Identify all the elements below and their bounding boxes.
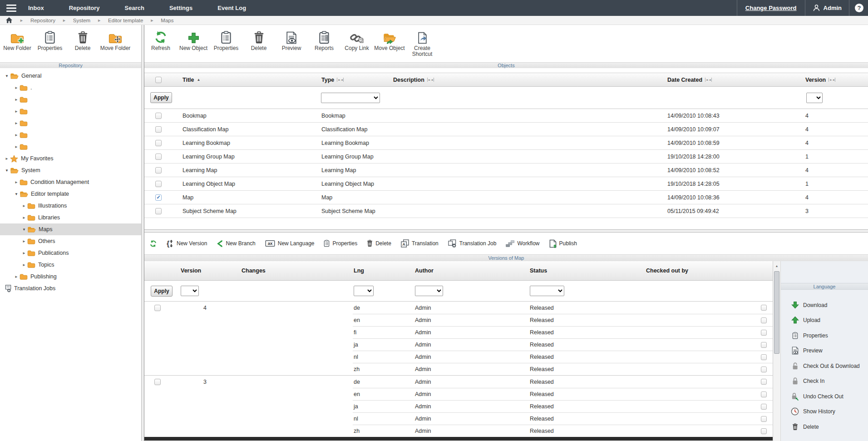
caret-right-icon[interactable]: ►: [13, 98, 20, 102]
language-row[interactable]: fiAdminReleased: [353, 326, 773, 338]
delete-button[interactable]: Delete: [367, 240, 391, 247]
horizontal-splitter[interactable]: [144, 229, 868, 233]
nav-item-settings[interactable]: Settings: [169, 5, 192, 11]
language-row-checkbox[interactable]: [761, 317, 767, 323]
change-password-link[interactable]: Change Password: [737, 5, 805, 11]
tree-item-publishing[interactable]: ►Publishing: [0, 271, 141, 282]
tree-item-item-folder[interactable]: ►: [0, 141, 141, 153]
caret-right-icon[interactable]: ►: [13, 145, 20, 149]
select-all-checkbox[interactable]: [155, 77, 162, 83]
preview-action[interactable]: Preview: [781, 343, 868, 359]
objects-table-row[interactable]: BookmapBookmap14/09/2010 10:08:434: [144, 109, 868, 123]
row-checkbox[interactable]: [155, 126, 162, 133]
objects-table-row[interactable]: Subject Scheme MapSubject Scheme Map05/1…: [144, 204, 868, 218]
language-row[interactable]: deAdminReleased: [353, 302, 773, 314]
objects-table-row[interactable]: Learning Object MapLearning Object Map19…: [144, 177, 868, 191]
upload-action[interactable]: Upload: [781, 313, 868, 328]
show-history-action[interactable]: Show History: [781, 404, 868, 420]
row-checkbox[interactable]: [155, 113, 162, 119]
move-folder-button[interactable]: Move Folder: [99, 28, 132, 62]
objects-table-row[interactable]: Learning Group MapLearning Group Map19/1…: [144, 150, 868, 164]
tree-item-others[interactable]: ►Others: [0, 235, 141, 247]
tree-item-my-favorites[interactable]: ►My Favorites: [0, 153, 141, 164]
column-header-date-created[interactable]: Date Created►◄: [666, 77, 804, 83]
language-row-checkbox[interactable]: [761, 330, 767, 336]
tree-item-item[interactable]: ►.: [0, 82, 141, 94]
version-group-checkbox[interactable]: [154, 305, 161, 311]
copy-link-button[interactable]: Copy Link: [340, 28, 373, 62]
row-checkbox[interactable]: ✓: [155, 194, 162, 201]
caret-right-icon[interactable]: ►: [13, 180, 20, 184]
tree-item-illustrations[interactable]: ►Illustrations: [0, 200, 141, 212]
row-checkbox[interactable]: [155, 140, 162, 146]
language-row-checkbox[interactable]: [761, 428, 767, 434]
checkout-download-action[interactable]: Check Out & Download: [781, 358, 868, 374]
refresh-button[interactable]: Refresh: [144, 28, 177, 62]
language-row-checkbox[interactable]: [761, 391, 767, 397]
caret-down-icon[interactable]: ▼: [4, 168, 10, 173]
language-row[interactable]: enAdminReleased: [353, 314, 773, 326]
language-row[interactable]: jaAdminReleased: [353, 338, 773, 351]
refresh-button[interactable]: [149, 240, 157, 248]
language-row-checkbox[interactable]: [761, 367, 767, 372]
caret-down-icon[interactable]: ▼: [4, 74, 10, 78]
column-header-title[interactable]: Title▲: [173, 77, 321, 83]
hamburger-menu-button[interactable]: [0, 5, 23, 12]
column-header-type[interactable]: Type►◄: [321, 77, 392, 83]
tree-item-editor-template[interactable]: ▼Editor template: [0, 188, 141, 200]
download-action[interactable]: Download: [781, 297, 868, 313]
new-version-button[interactable]: {New Version: [167, 239, 207, 248]
caret-right-icon[interactable]: ►: [13, 275, 20, 279]
move-object-button[interactable]: Move Object: [373, 28, 406, 62]
language-row[interactable]: jaAdminReleased: [353, 400, 773, 412]
row-checkbox[interactable]: [155, 167, 162, 173]
column-header-author[interactable]: Author: [414, 268, 529, 274]
objects-apply-button[interactable]: Apply: [150, 92, 172, 103]
properties-button[interactable]: Properties: [324, 240, 357, 247]
preview-button[interactable]: Preview: [275, 28, 308, 62]
language-row[interactable]: zhAdminReleased: [353, 425, 773, 437]
tree-item-item-folder[interactable]: ►: [0, 129, 141, 141]
reports-button[interactable]: Reports: [308, 28, 340, 62]
workflow-button[interactable]: Workflow: [506, 240, 539, 247]
language-row[interactable]: enAdminReleased: [353, 388, 773, 400]
type-filter-select[interactable]: [321, 93, 380, 103]
column-header-version[interactable]: Version: [176, 268, 241, 274]
translation-job-button[interactable]: Translation Job: [448, 239, 497, 248]
delete-button[interactable]: Delete: [242, 28, 275, 62]
new-object-button[interactable]: New Object: [177, 28, 210, 62]
caret-right-icon[interactable]: ►: [21, 216, 27, 220]
language-row-checkbox[interactable]: [761, 305, 767, 311]
caret-down-icon[interactable]: ▼: [13, 192, 20, 196]
delete-action[interactable]: Delete: [781, 419, 868, 435]
tree-item-item-folder[interactable]: ►: [0, 117, 141, 129]
check-in-action[interactable]: Check In: [781, 374, 868, 389]
nav-item-event-log[interactable]: Event Log: [217, 5, 246, 11]
caret-right-icon[interactable]: ►: [13, 109, 20, 114]
delete-button[interactable]: Delete: [66, 28, 99, 62]
language-row-checkbox[interactable]: [761, 342, 767, 348]
caret-down-icon[interactable]: ▼: [21, 228, 27, 232]
column-header-status[interactable]: Status: [529, 268, 645, 274]
nav-item-search[interactable]: Search: [125, 5, 144, 11]
tree-item-libraries[interactable]: ►Libraries: [0, 212, 141, 223]
tree-item-system[interactable]: ▼System: [0, 164, 141, 176]
language-row[interactable]: deAdminReleased: [353, 376, 773, 388]
create-shortcut-button[interactable]: Create Shortcut: [406, 28, 439, 62]
properties-action[interactable]: Properties: [781, 328, 868, 343]
version-filter-select[interactable]: [181, 286, 199, 296]
caret-right-icon[interactable]: ►: [13, 86, 20, 90]
tree-item-item-folder[interactable]: ►: [0, 105, 141, 117]
objects-table-row[interactable]: ✓MapMap14/09/2010 10:08:364: [144, 191, 868, 204]
column-header-version[interactable]: Version►◄: [804, 77, 868, 83]
column-header-description[interactable]: Description►◄: [392, 77, 666, 83]
translation-button[interactable]: ATranslation: [401, 239, 439, 248]
language-row-checkbox[interactable]: [761, 379, 767, 385]
column-header-changes[interactable]: Changes: [241, 268, 353, 274]
tree-item-publications[interactable]: ►Publications: [0, 247, 141, 259]
tree-item-condition-management[interactable]: ►Condition Management: [0, 176, 141, 188]
bottom-resize-bar[interactable]: [144, 437, 773, 441]
lng-filter-select[interactable]: [354, 286, 374, 296]
caret-right-icon[interactable]: ►: [21, 204, 27, 208]
language-row[interactable]: nlAdminReleased: [353, 351, 773, 363]
